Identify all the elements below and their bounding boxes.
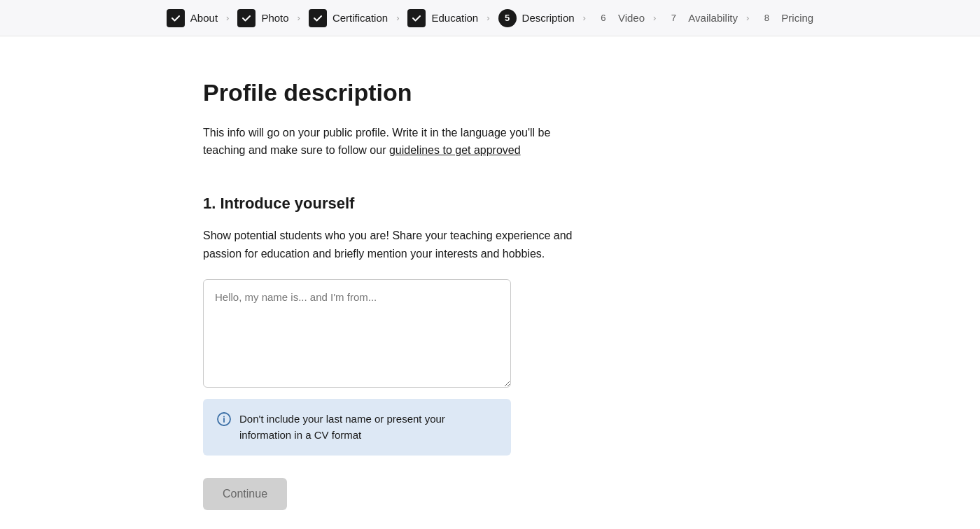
continue-button[interactable]: Continue xyxy=(203,478,287,510)
intro-textarea[interactable] xyxy=(203,279,511,388)
video-number: 6 xyxy=(594,9,612,27)
chevron-1: › xyxy=(226,13,229,23)
nav-step-about[interactable]: About xyxy=(161,6,223,30)
availability-number: 7 xyxy=(664,9,682,27)
nav-step-certification[interactable]: Certification xyxy=(303,6,393,30)
certification-label: Certification xyxy=(332,12,388,24)
description-label: Description xyxy=(522,12,575,24)
section1-description: Show potential students who you are! Sha… xyxy=(203,227,595,262)
chevron-3: › xyxy=(396,13,399,23)
page-title: Profile description xyxy=(203,78,777,107)
chevron-5: › xyxy=(583,13,586,23)
info-text: Don't include your last name or present … xyxy=(239,411,497,443)
nav-step-video[interactable]: 6 Video xyxy=(589,6,650,30)
info-box: Don't include your last name or present … xyxy=(203,399,511,456)
guidelines-link[interactable]: guidelines to get approved xyxy=(389,144,521,156)
pricing-label: Pricing xyxy=(781,12,813,24)
nav-step-education[interactable]: Education xyxy=(402,6,484,30)
section1-title: 1. Introduce yourself xyxy=(203,195,777,213)
pricing-number: 8 xyxy=(757,9,776,27)
chevron-2: › xyxy=(298,13,300,23)
certification-check-icon xyxy=(309,9,327,27)
about-label: About xyxy=(190,12,218,24)
chevron-4: › xyxy=(486,13,489,23)
description-number: 5 xyxy=(498,9,517,27)
education-label: Education xyxy=(431,12,478,24)
main-content: Profile description This info will go on… xyxy=(175,36,805,529)
photo-label: Photo xyxy=(261,12,288,24)
education-check-icon xyxy=(407,9,426,27)
nav-step-availability[interactable]: 7 Availability xyxy=(659,6,743,30)
info-icon xyxy=(217,412,231,426)
page-subtitle: This info will go on your public profile… xyxy=(203,124,595,160)
nav-step-pricing[interactable]: 8 Pricing xyxy=(752,6,819,30)
photo-check-icon xyxy=(237,9,255,27)
nav-step-description[interactable]: 5 Description xyxy=(493,6,580,30)
nav-step-photo[interactable]: Photo xyxy=(232,6,294,30)
top-navigation: About › Photo › Certification › Educatio… xyxy=(0,0,980,36)
chevron-7: › xyxy=(746,13,749,23)
about-check-icon xyxy=(167,9,185,27)
availability-label: Availability xyxy=(688,12,738,24)
svg-point-1 xyxy=(223,416,225,418)
chevron-6: › xyxy=(653,13,656,23)
video-label: Video xyxy=(618,12,645,24)
